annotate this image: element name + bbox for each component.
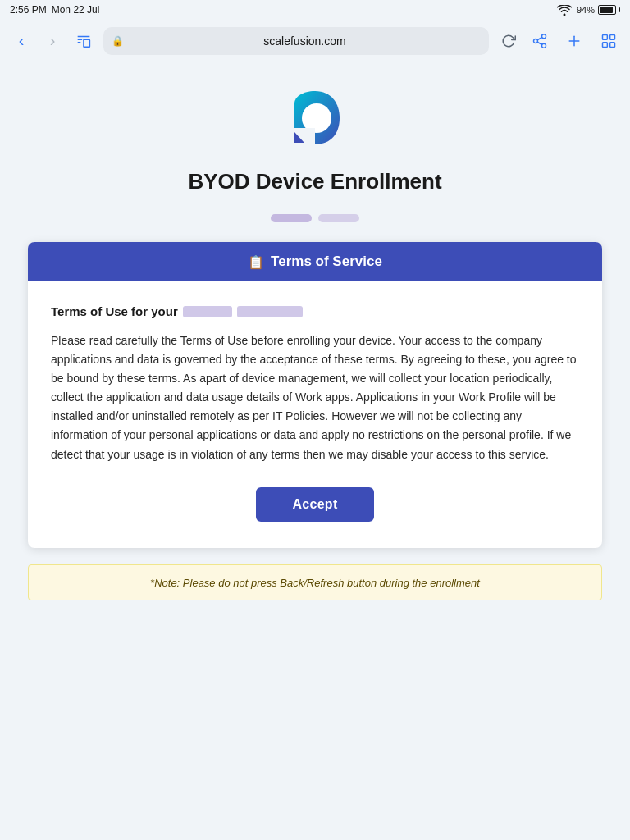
url-bar[interactable]: 🔒 scalefusion.com xyxy=(103,27,489,55)
terms-use-title: Terms of Use for your xyxy=(51,304,579,318)
org-placeholder-1 xyxy=(183,306,232,317)
card-header: 📋 Terms of Service xyxy=(28,242,602,281)
scalefusion-logo xyxy=(286,87,344,153)
terms-card: 📋 Terms of Service Terms of Use for your… xyxy=(28,242,602,548)
time-display: 2:56 PM xyxy=(10,4,47,16)
terms-icon: 📋 xyxy=(248,254,264,270)
step-2-indicator xyxy=(318,214,359,222)
svg-rect-8 xyxy=(290,128,315,148)
new-tab-button[interactable] xyxy=(563,30,586,52)
svg-rect-0 xyxy=(84,39,89,47)
step-1-indicator xyxy=(271,214,312,222)
back-button[interactable]: ‹ xyxy=(10,30,33,52)
page-title: BYOD Device Enrollment xyxy=(188,169,441,194)
wifi-icon xyxy=(557,5,572,16)
share-button[interactable] xyxy=(528,30,551,52)
svg-rect-5 xyxy=(603,42,608,47)
status-right: 94% xyxy=(557,5,620,16)
browser-actions xyxy=(528,30,620,52)
browser-bar: ‹ › 🔒 scalefusion.com xyxy=(0,20,630,62)
page-content: BYOD Device Enrollment 📋 Terms of Servic… xyxy=(0,62,630,633)
refresh-button[interactable] xyxy=(497,30,520,52)
bookmarks-button[interactable] xyxy=(72,30,95,52)
date-display: Mon 22 Jul xyxy=(52,4,100,16)
svg-rect-3 xyxy=(603,34,608,39)
svg-rect-6 xyxy=(610,42,615,47)
battery-indicator: 94% xyxy=(577,5,620,15)
forward-button[interactable]: › xyxy=(41,30,64,52)
url-text: scalefusion.com xyxy=(129,34,481,48)
step-indicators xyxy=(271,214,359,222)
status-left: 2:56 PM Mon 22 Jul xyxy=(10,4,99,16)
note-text: *Note: Please do not press Back/Refresh … xyxy=(150,577,480,589)
card-header-title: Terms of Service xyxy=(271,253,382,270)
terms-use-label: Terms of Use for your xyxy=(51,304,178,318)
svg-rect-4 xyxy=(610,34,615,39)
lock-icon: 🔒 xyxy=(112,35,124,47)
card-body: Terms of Use for your Please read carefu… xyxy=(28,281,602,548)
note-banner: *Note: Please do not press Back/Refresh … xyxy=(28,564,602,600)
org-placeholder-2 xyxy=(237,306,303,317)
tabs-button[interactable] xyxy=(597,30,620,52)
status-bar: 2:56 PM Mon 22 Jul 94% xyxy=(0,0,630,20)
logo-container xyxy=(286,87,344,156)
accept-button[interactable]: Accept xyxy=(256,487,373,522)
battery-percentage: 94% xyxy=(577,5,595,15)
terms-body-text: Please read carefully the Terms of Use b… xyxy=(51,331,579,464)
